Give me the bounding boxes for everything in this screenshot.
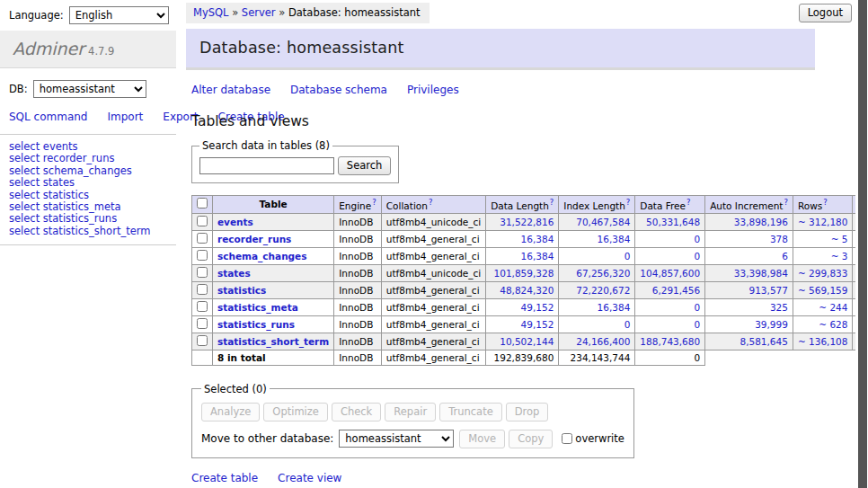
- sidebar-table-list: select eventsselect recorder_runsselect …: [0, 134, 176, 245]
- table-name-link[interactable]: statistics: [217, 285, 266, 296]
- alter-database-link[interactable]: Alter database: [191, 84, 270, 96]
- row-checkbox[interactable]: [197, 250, 208, 261]
- cell-data-length: 31,522,816: [486, 213, 559, 230]
- sidebar-select-statistics-runs[interactable]: select statistics_runs: [9, 213, 167, 225]
- main-content: MySQL » Server » Database: homeassistant…: [186, 0, 815, 488]
- cell-checkbox: [192, 281, 213, 298]
- check-button[interactable]: Check: [332, 403, 381, 421]
- create-view-link[interactable]: Create view: [278, 472, 341, 484]
- overwrite-checkbox[interactable]: [562, 433, 572, 444]
- cell-index-length: 234,143,744: [559, 350, 635, 365]
- cell-total-label: 8 in total: [213, 350, 334, 365]
- column-header-label: Auto Increment: [710, 200, 783, 211]
- help-link[interactable]: ?: [823, 198, 828, 207]
- sidebar-select-statistics-meta[interactable]: select statistics_meta: [9, 201, 167, 213]
- column-header-label: Rows: [798, 200, 822, 211]
- column-header-table: Table: [213, 196, 334, 214]
- move-button[interactable]: Move: [459, 430, 505, 448]
- column-header-collation: Collation?: [381, 196, 485, 214]
- row-checkbox[interactable]: [197, 284, 208, 295]
- column-header-index-length: Index Length?: [559, 196, 635, 214]
- repair-button[interactable]: Repair: [385, 403, 436, 421]
- privileges-link[interactable]: Privileges: [407, 84, 459, 96]
- selected-legend: Selected (0): [201, 383, 270, 395]
- truncate-button[interactable]: Truncate: [439, 403, 502, 421]
- search-input[interactable]: [199, 157, 334, 174]
- cell-checkbox: [192, 298, 213, 315]
- column-header-label: Data Free: [640, 200, 686, 211]
- move-buttons: MoveCopy: [459, 430, 556, 448]
- cell-data-length: 192,839,680: [486, 350, 559, 365]
- sidebar: Language: English Adminer4.7.9 DB: homea…: [0, 0, 176, 245]
- column-header-data-free: Data Free?: [635, 196, 705, 214]
- cell-table-name: statistics_short_term: [213, 333, 334, 350]
- sidebar-select-statistics[interactable]: select statistics: [9, 190, 167, 201]
- search-legend: Search data in tables (8): [199, 139, 332, 152]
- table-name-link[interactable]: statistics_meta: [217, 302, 298, 313]
- analyze-button[interactable]: Analyze: [201, 403, 260, 421]
- table-name-link[interactable]: statistics_short_term: [217, 336, 329, 347]
- table-name-link[interactable]: schema_changes: [217, 251, 307, 262]
- row-checkbox[interactable]: [197, 216, 208, 226]
- sidebar-select-schema-changes[interactable]: select schema_changes: [9, 165, 167, 177]
- table-name-link[interactable]: statistics_runs: [217, 319, 295, 330]
- drop-button[interactable]: Drop: [506, 403, 549, 421]
- tables-table: TableEngine?Collation?Data Length?Index …: [191, 195, 868, 366]
- breadcrumb-server[interactable]: Server: [242, 6, 276, 19]
- scrollbar-thumb[interactable]: [858, 0, 867, 488]
- cell-data-free: 188,743,680: [635, 333, 705, 350]
- import-link[interactable]: Import: [107, 111, 143, 123]
- sidebar-select-states[interactable]: select states: [9, 177, 167, 189]
- breadcrumb-mysql[interactable]: MySQL: [193, 6, 229, 19]
- cell-engine: InnoDB: [334, 333, 382, 350]
- row-checkbox[interactable]: [197, 233, 208, 244]
- db-select[interactable]: homeassistant: [33, 80, 146, 98]
- cell-table-name: schema_changes: [213, 247, 334, 264]
- database-links: Alter databaseDatabase schemaPrivileges: [191, 84, 815, 96]
- table-name-link[interactable]: events: [217, 217, 253, 227]
- overwrite-option: overwrite: [562, 432, 624, 445]
- cell-engine: InnoDB: [334, 230, 382, 247]
- table-name-link[interactable]: states: [217, 268, 251, 279]
- database-schema-link[interactable]: Database schema: [290, 84, 387, 96]
- cell-data-free: 0: [635, 315, 705, 333]
- row-checkbox[interactable]: [197, 335, 208, 346]
- create-table-link[interactable]: Create table: [191, 472, 258, 484]
- cell-rows: ~ 5: [793, 230, 853, 247]
- cell-index-length: 0: [559, 315, 635, 333]
- sidebar-select-recorder-runs[interactable]: select recorder_runs: [9, 153, 167, 164]
- row-checkbox[interactable]: [197, 301, 208, 312]
- language-select[interactable]: English: [69, 6, 169, 24]
- cell-auto-increment: 378: [705, 230, 793, 247]
- cell-checkbox: [192, 333, 213, 350]
- help-link[interactable]: ?: [550, 198, 554, 207]
- copy-button[interactable]: Copy: [509, 430, 553, 448]
- sidebar-select-events[interactable]: select events: [9, 141, 167, 153]
- move-database-select[interactable]: homeassistant: [339, 430, 454, 448]
- app-name: Adminer: [13, 39, 84, 58]
- breadcrumb: MySQL » Server » Database: homeassistant: [186, 3, 430, 23]
- column-header-label: Engine: [339, 200, 371, 211]
- search-button[interactable]: Search: [338, 156, 392, 175]
- select-all-checkbox[interactable]: [197, 198, 208, 209]
- cell-index-length: 70,467,584: [559, 213, 635, 230]
- help-link[interactable]: ?: [784, 198, 788, 207]
- sql-command-link[interactable]: SQL command: [9, 111, 87, 123]
- table-name-link[interactable]: recorder_runs: [217, 234, 291, 244]
- breadcrumb-separator: »: [229, 6, 242, 19]
- tables-header-row: TableEngine?Collation?Data Length?Index …: [192, 196, 868, 214]
- help-link[interactable]: ?: [372, 198, 376, 207]
- column-header-engine: Engine?: [334, 196, 382, 214]
- row-checkbox[interactable]: [197, 267, 208, 278]
- help-link[interactable]: ?: [626, 198, 631, 207]
- optimize-button[interactable]: Optimize: [263, 403, 328, 421]
- help-link[interactable]: ?: [429, 198, 433, 207]
- cell-index-length: 24,166,400: [559, 333, 635, 350]
- cell-checkbox: [192, 264, 213, 281]
- column-header-rows: Rows?: [793, 196, 853, 214]
- logout-button[interactable]: Logout: [799, 4, 852, 22]
- help-link[interactable]: ?: [686, 198, 691, 207]
- cell-collation: utf8mb4_general_ci: [381, 298, 485, 315]
- sidebar-select-statistics-short-term[interactable]: select statistics_short_term: [9, 226, 167, 237]
- row-checkbox[interactable]: [197, 318, 208, 329]
